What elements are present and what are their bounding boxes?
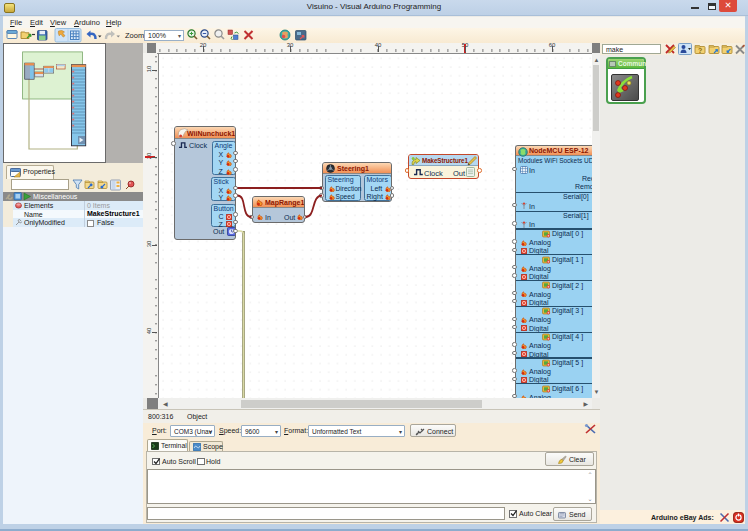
svg-text:?: ? bbox=[698, 47, 702, 54]
